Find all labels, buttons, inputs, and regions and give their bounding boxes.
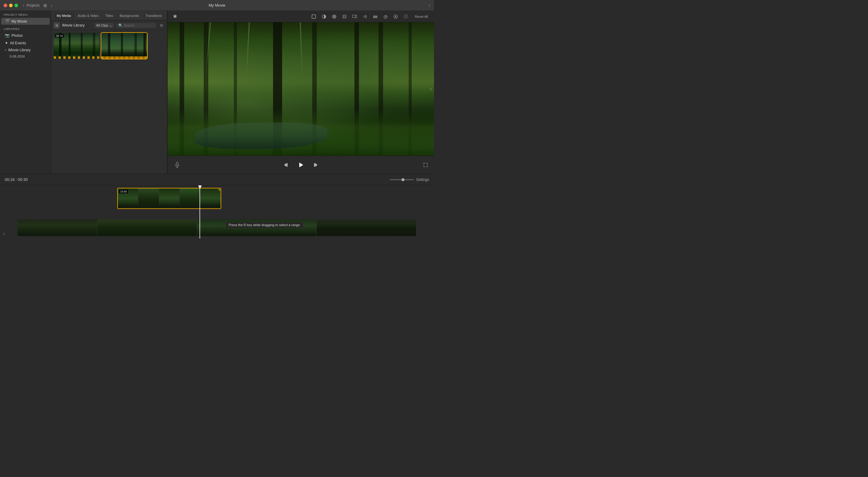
search-box[interactable]: 🔍 (116, 23, 156, 28)
video-preview[interactable]: › (167, 22, 434, 156)
music-note-icon: ♩ (3, 231, 5, 236)
color-correct-button[interactable] (320, 13, 328, 20)
tab-backgrounds[interactable]: Backgrounds (117, 12, 142, 19)
water-overlay (194, 122, 327, 149)
clip-thumb-1[interactable]: 30.7s (54, 33, 99, 59)
sidebar-item-imovie-library[interactable]: ▾ iMovie Library (1, 47, 50, 53)
media-browser: My Media Audio & Video Titles Background… (51, 11, 167, 174)
my-movie-label: My Movie (11, 19, 27, 24)
preview-tools-right: ⓘ Reset All (310, 13, 430, 20)
svg-rect-16 (376, 16, 377, 18)
skip-back-button[interactable] (282, 161, 290, 169)
preview-toolbar: ✱ (167, 11, 434, 22)
svg-rect-15 (375, 16, 376, 18)
microphone-button[interactable] (173, 160, 182, 170)
sidebar-item-all-events[interactable]: ✦ All Events (1, 39, 50, 47)
svg-rect-14 (374, 15, 375, 18)
equalizer-button[interactable] (372, 13, 379, 20)
playback-left (173, 160, 184, 170)
timeline-settings-label[interactable]: Settings (416, 178, 429, 182)
timeline-toolbar: 00:16 / 00:30 Settings (0, 174, 434, 185)
video-overlay-button[interactable] (351, 13, 358, 20)
zoom-controls: Settings (390, 178, 429, 182)
zoom-slider[interactable] (390, 179, 414, 180)
color-wheel-button[interactable] (392, 13, 399, 20)
imovie-library-label: iMovie Library (8, 48, 31, 52)
photos-icon: 📷 (5, 33, 10, 38)
clip-1-filmstrip (54, 56, 99, 59)
zoom-handle[interactable] (401, 178, 404, 181)
tab-transitions[interactable]: Transitions (143, 12, 164, 19)
speed-button[interactable] (382, 13, 389, 20)
tab-audio-video[interactable]: Audio & Video (75, 12, 102, 19)
svg-point-3 (333, 16, 334, 17)
reset-all-button[interactable]: Reset All (412, 14, 430, 19)
svg-marker-26 (299, 162, 303, 167)
svg-point-20 (395, 16, 396, 17)
sidebar-item-my-movie[interactable]: 🎬 My Movie (1, 18, 50, 25)
star-icon: ✦ (5, 41, 8, 45)
media-settings-button[interactable]: ⚙ (158, 22, 164, 28)
playhead (199, 185, 200, 239)
clip-filter-dropdown[interactable]: All Clips ⌄ (94, 23, 114, 28)
upload-icon[interactable]: ↑ (428, 3, 430, 8)
maximize-button[interactable] (14, 4, 18, 7)
svg-rect-21 (176, 162, 178, 165)
window-controls (4, 4, 18, 7)
svg-rect-11 (352, 15, 355, 18)
svg-rect-8 (343, 15, 346, 18)
projects-nav[interactable]: ‹ Projects (23, 3, 40, 7)
grid-toggle-button[interactable]: ⊞ (54, 22, 60, 28)
sidebar-item-photos[interactable]: 📷 Photos (1, 32, 50, 39)
svg-point-7 (333, 17, 334, 18)
app-body: PROJECT MEDIA 🎬 My Movie LIBRARIES 📷 Pho… (0, 11, 434, 239)
timeline-clip-inner (118, 188, 221, 208)
play-button[interactable] (296, 159, 306, 170)
info-button[interactable]: ⓘ (402, 13, 410, 20)
search-input[interactable] (124, 24, 154, 27)
filmstrip-seg-3 (197, 219, 317, 236)
color-palette-button[interactable] (331, 13, 338, 20)
grid-view-icon[interactable]: ⊞ (43, 3, 47, 8)
tab-my-media[interactable]: My Media (54, 12, 74, 19)
volume-button[interactable] (361, 13, 369, 20)
svg-rect-25 (287, 163, 287, 167)
projects-link[interactable]: Projects (27, 3, 39, 7)
clip-2-filmstrip (101, 56, 147, 59)
tab-titles[interactable]: Titles (102, 12, 116, 19)
top-section: PROJECT MEDIA 🎬 My Movie LIBRARIES 📷 Pho… (0, 11, 434, 174)
clip-1-duration: 30.7s (55, 34, 64, 38)
skip-forward-button[interactable] (311, 161, 319, 169)
timeline-main-clip[interactable]: 13.0s (117, 188, 221, 209)
tab-bar: My Media Audio & Video Titles Background… (51, 11, 167, 21)
preview-tools-left: ✱ (171, 13, 179, 20)
photos-label: Photos (11, 33, 23, 38)
filmstrip-seg-1 (18, 219, 97, 236)
select-tool-button[interactable] (310, 13, 317, 20)
timeline-area[interactable]: 13.0s Press the R key while dragging to … (0, 185, 434, 239)
all-events-label: All Events (10, 41, 26, 45)
sidebar: PROJECT MEDIA 🎬 My Movie LIBRARIES 📷 Pho… (0, 11, 51, 174)
back-arrow-icon[interactable]: ‹ (23, 3, 24, 7)
video-frame (167, 22, 434, 156)
svg-point-5 (335, 16, 336, 17)
clip-thumb-2[interactable] (101, 33, 147, 59)
next-frame-arrow[interactable]: › (430, 86, 432, 92)
clip-corner-handle[interactable] (218, 189, 220, 191)
svg-rect-0 (312, 15, 315, 19)
search-icon: 🔍 (119, 24, 123, 27)
playback-right (417, 161, 429, 169)
close-button[interactable] (4, 4, 7, 7)
svg-point-18 (385, 17, 386, 17)
fullscreen-button[interactable] (422, 161, 429, 169)
share-down-icon[interactable]: ↓ (51, 3, 53, 8)
disclosure-icon: ▾ (5, 49, 6, 52)
crop-button[interactable] (341, 13, 348, 20)
clip-grid: 30.7s (51, 30, 167, 174)
filmstrip-seg-4 (317, 219, 416, 236)
filmstrip-seg-2 (97, 219, 197, 236)
minimize-button[interactable] (9, 4, 13, 7)
sidebar-item-date[interactable]: 5-08-2024 (1, 54, 50, 59)
magic-wand-button[interactable]: ✱ (171, 13, 179, 20)
preview-area: ✱ (167, 11, 434, 174)
